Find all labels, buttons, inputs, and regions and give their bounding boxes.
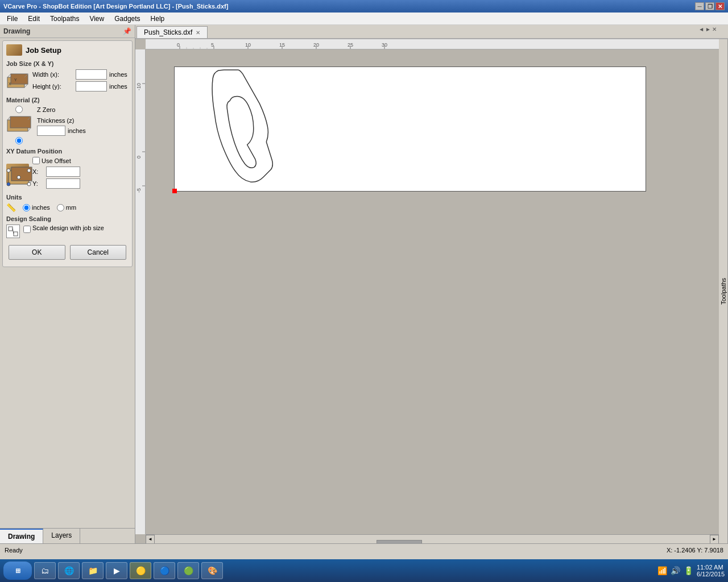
- taskbar-app-3[interactable]: 🎨: [201, 562, 223, 579]
- material-z-content: Z Zero Thickness (z) 0.5 inches: [6, 106, 129, 144]
- taskbar-app-ie[interactable]: 🌐: [58, 562, 80, 579]
- svg-rect-25: [146, 39, 719, 49]
- file-tabs: Push_Sticks.dxf ✕ ◄ ► ✕: [135, 25, 728, 39]
- job-setup-card: Job Setup Job Size (X & Y): [2, 40, 133, 267]
- nav-next[interactable]: ►: [705, 26, 711, 32]
- restore-button[interactable]: ❐: [705, 2, 714, 10]
- job-setup-header: Job Setup: [6, 44, 129, 56]
- tab-layers[interactable]: Layers: [43, 529, 80, 543]
- svg-rect-1: [11, 74, 28, 84]
- scroll-left-button[interactable]: ◄: [146, 535, 155, 544]
- thickness-unit: inches: [68, 127, 86, 134]
- cancel-button[interactable]: Cancel: [70, 245, 127, 260]
- ie-icon: 🌐: [63, 565, 75, 576]
- menu-toolpaths[interactable]: Toolpaths: [46, 14, 84, 24]
- svg-point-20: [27, 182, 31, 186]
- minimize-button[interactable]: ─: [695, 2, 704, 10]
- media-icon: ▶: [111, 565, 122, 576]
- inches-option[interactable]: inches: [23, 204, 50, 211]
- close-button[interactable]: ✕: [715, 2, 725, 10]
- battery-icon: 🔋: [684, 566, 693, 575]
- taskbar-app-media[interactable]: ▶: [106, 562, 127, 579]
- start-button[interactable]: ⊞: [3, 562, 32, 580]
- inches-radio[interactable]: [23, 204, 30, 211]
- thickness-value-row: 0.5 inches: [37, 126, 86, 136]
- svg-line-2: [7, 74, 11, 77]
- coordinates-text: X: -1.2406 Y: 7.9018: [667, 547, 723, 554]
- svg-line-9: [7, 117, 10, 120]
- date-display: 6/12/2015: [697, 571, 725, 577]
- taskbar-app-explorer[interactable]: 🗂: [34, 562, 56, 579]
- x-input[interactable]: 0.0: [46, 167, 80, 177]
- svg-text:Y: Y: [14, 78, 17, 82]
- canvas-area[interactable]: 0 5 10 15 20 25 30: [135, 39, 728, 543]
- ok-button[interactable]: OK: [9, 245, 65, 260]
- menu-gadgets[interactable]: Gadgets: [110, 14, 144, 24]
- taskbar-app-chrome[interactable]: 🔵: [154, 562, 175, 579]
- x-offset-row: X: 0.0: [32, 167, 129, 177]
- file-tab-name: Push_Sticks.dxf: [144, 28, 192, 36]
- h-scrollbar[interactable]: ◄ ►: [146, 534, 719, 543]
- toolpaths-panel[interactable]: Toolpaths: [719, 39, 728, 543]
- units-group: Units 📏 inches mm: [6, 194, 129, 212]
- taskbar-app-2[interactable]: 🟢: [177, 562, 199, 579]
- nav-close[interactable]: ✕: [712, 26, 717, 32]
- app2-icon: 🟢: [183, 565, 194, 576]
- button-row: OK Cancel: [6, 242, 129, 263]
- menu-help[interactable]: Help: [146, 14, 169, 24]
- h-scroll-thumb[interactable]: [377, 540, 422, 544]
- svg-rect-23: [14, 232, 18, 236]
- menu-edit[interactable]: Edit: [23, 14, 44, 24]
- height-input[interactable]: 9.75: [76, 81, 107, 92]
- thickness-input[interactable]: 0.5: [37, 126, 65, 136]
- explorer-icon: 🗂: [39, 565, 51, 576]
- file-tab-close[interactable]: ✕: [196, 30, 200, 36]
- menu-file[interactable]: File: [2, 14, 22, 24]
- status-text: Ready: [5, 547, 23, 554]
- job-setup-title: Job Setup: [26, 46, 61, 55]
- scale-design-checkbox[interactable]: [23, 226, 31, 233]
- x-label: X:: [32, 168, 44, 175]
- material-z-label: Material (Z): [6, 97, 129, 103]
- y-label: Y:: [32, 180, 44, 187]
- svg-text:-5: -5: [136, 188, 142, 193]
- width-unit: inches: [109, 71, 127, 78]
- mm-radio[interactable]: [57, 204, 64, 211]
- datum-controls: Use Offset X: 0.0 Y: 0.0: [32, 157, 129, 190]
- y-input[interactable]: 0.0: [46, 178, 80, 189]
- height-unit: inches: [109, 83, 127, 90]
- main-layout: Drawing 📌 Job Setup Job Size (X & Y): [0, 25, 728, 543]
- mm-option[interactable]: mm: [57, 204, 76, 211]
- thickness-row: Thickness (z): [37, 117, 86, 124]
- design-scaling-label: Design Scaling: [6, 215, 129, 222]
- svg-point-21: [17, 176, 20, 179]
- tab-drawing[interactable]: Drawing: [0, 529, 43, 543]
- units-label: Units: [6, 194, 129, 201]
- taskbar-app-1[interactable]: 🟡: [130, 562, 151, 579]
- z-zero-top-radio[interactable]: [15, 106, 23, 113]
- nav-prev[interactable]: ◄: [698, 26, 704, 32]
- svg-text:-10: -10: [136, 83, 142, 90]
- units-row: 📏 inches mm: [6, 203, 129, 212]
- z-zero-bottom-radio[interactable]: [15, 137, 23, 144]
- title-bar-buttons[interactable]: ─ ❐ ✕: [695, 2, 725, 10]
- scaling-icon: [6, 225, 20, 238]
- material-z-group: Material (Z): [6, 97, 129, 144]
- panel-pin-icon[interactable]: 📌: [123, 27, 131, 35]
- speaker-icon: 🔊: [671, 566, 680, 575]
- file-tab-push-sticks[interactable]: Push_Sticks.dxf ✕: [136, 26, 208, 38]
- canvas-inner[interactable]: [146, 49, 719, 534]
- job-setup-icon: [6, 44, 22, 56]
- width-row: Width (x): 35.5 inches: [32, 69, 127, 80]
- toolpaths-label: Toolpaths: [720, 278, 727, 305]
- menu-view[interactable]: View: [85, 14, 109, 24]
- scroll-right-button[interactable]: ►: [710, 535, 719, 544]
- job-size-group: Job Size (X & Y) X Y: [6, 60, 129, 93]
- nav-arrows: ◄ ► ✕: [698, 26, 717, 32]
- width-label: Width (x):: [32, 71, 73, 78]
- width-input[interactable]: 35.5: [76, 69, 107, 80]
- design-canvas: [146, 49, 719, 534]
- taskbar-app-folder[interactable]: 📁: [82, 562, 104, 579]
- xy-datum-label: XY Datum Position: [6, 148, 129, 155]
- scale-design-option[interactable]: Scale design with job size: [23, 225, 104, 233]
